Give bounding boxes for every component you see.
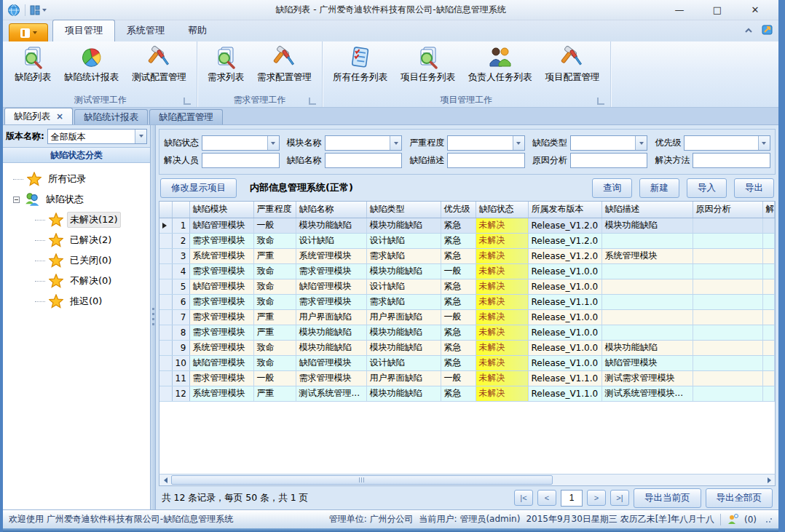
grid-cell[interactable] xyxy=(762,355,775,370)
grid-cell[interactable]: 未解决 xyxy=(476,279,528,294)
horizontal-scrollbar[interactable] xyxy=(159,474,776,486)
grid-cell[interactable]: Release_V1.1.0 xyxy=(528,370,601,386)
ribbon-button[interactable]: 缺陷列表 xyxy=(9,43,57,85)
table-row[interactable]: 5缺陷管理模块致命缺陷管理模块设计缺陷紧急未解决Release_V1.0.0 xyxy=(159,279,775,294)
messages-icon[interactable] xyxy=(727,514,738,525)
resize-grip[interactable] xyxy=(765,516,773,523)
maximize-button[interactable]: □ xyxy=(707,3,727,17)
grid-cell[interactable]: 测试系统管理... xyxy=(296,386,366,401)
modify-columns-button[interactable]: 修改显示项目 xyxy=(160,178,237,198)
scroll-right-icon[interactable] xyxy=(763,475,775,485)
grid-cell[interactable] xyxy=(762,325,775,340)
grid-cell[interactable]: Release_V1.0.0 xyxy=(528,325,601,340)
row-selector-cell[interactable] xyxy=(159,218,172,233)
column-header[interactable]: 缺陷模块 xyxy=(189,202,253,218)
grid-cell[interactable]: 需求管理模块 xyxy=(189,370,253,386)
table-row[interactable]: 6需求管理模块致命需求管理模块需求缺陷紧急未解决Release_V1.1.0 xyxy=(159,294,775,309)
grid-cell[interactable]: 需求管理模块 xyxy=(189,263,253,279)
grid-cell[interactable] xyxy=(601,263,693,279)
grid-cell[interactable] xyxy=(693,386,762,401)
column-header[interactable]: 缺陷状态 xyxy=(476,202,528,218)
grid-cell[interactable] xyxy=(762,386,775,401)
grid-cell[interactable]: 致命 xyxy=(253,279,296,294)
column-header[interactable]: 缺陷描述 xyxy=(601,202,693,218)
table-row[interactable]: 11需求管理模块一般需求管理模块用户界面缺陷一般未解决Release_V1.1.… xyxy=(159,370,775,386)
ribbon-tab-2[interactable]: 系统管理 xyxy=(115,20,176,41)
new-button[interactable]: 新建 xyxy=(639,178,679,198)
grid-cell[interactable]: Release_V1.2.0 xyxy=(528,248,601,263)
filter-dropdown[interactable] xyxy=(325,135,403,151)
grid-cell[interactable]: 需求缺陷 xyxy=(366,248,441,263)
app-globe-icon[interactable] xyxy=(7,4,20,17)
prev-page-button[interactable]: < xyxy=(537,490,556,506)
grid-cell[interactable] xyxy=(693,248,762,263)
grid-cell[interactable]: 模块功能缺陷 xyxy=(366,263,441,279)
grid-cell[interactable]: 紧急 xyxy=(441,279,476,294)
next-page-button[interactable]: > xyxy=(587,490,606,506)
application-menu-button[interactable] xyxy=(9,23,48,41)
grid-cell[interactable]: 未解决 xyxy=(476,355,528,370)
ribbon-button[interactable]: 项目配置管理 xyxy=(540,43,606,85)
grid-cell[interactable]: 需求管理模块 xyxy=(189,325,253,340)
grid-cell[interactable]: 需求管理模块 xyxy=(189,294,253,309)
table-row[interactable]: 10缺陷管理模块致命缺陷管理模块设计缺陷紧急未解决Release_V1.0.0缺… xyxy=(159,355,775,370)
grid-cell[interactable] xyxy=(693,340,762,355)
panel-splitter[interactable] xyxy=(151,125,156,509)
chevron-down-icon[interactable] xyxy=(135,130,146,143)
filter-dropdown[interactable] xyxy=(684,135,770,151)
grid-cell[interactable]: 缺陷管理模块 xyxy=(296,279,366,294)
grid-cell[interactable]: Release_V1.0.0 xyxy=(528,355,601,370)
grid-cell[interactable]: 模块功能缺陷 xyxy=(366,386,441,401)
customize-toolbar-icon[interactable] xyxy=(30,5,47,15)
grid-cell[interactable]: Release_V1.1.0 xyxy=(528,386,601,401)
ribbon-tab-3[interactable]: 帮助 xyxy=(176,20,218,41)
first-page-button[interactable]: |< xyxy=(514,490,533,506)
grid-cell[interactable]: 模块功能缺陷 xyxy=(296,340,366,355)
ribbon-tab-1[interactable]: 项目管理 xyxy=(52,20,115,41)
dialog-launcher-icon[interactable] xyxy=(597,98,604,105)
grid-cell[interactable] xyxy=(762,309,775,325)
grid-cell[interactable]: 需求管理模块 xyxy=(296,294,366,309)
grid-cell[interactable]: Release_V1.0.0 xyxy=(528,263,601,279)
doc-tab-1[interactable]: 缺陷列表× xyxy=(4,108,73,124)
grid-cell[interactable]: 缺陷管理模块 xyxy=(189,279,253,294)
grid-cell[interactable] xyxy=(762,340,775,355)
grid-cell[interactable]: 模块功能缺陷 xyxy=(366,325,441,340)
scroll-left-icon[interactable] xyxy=(159,475,171,485)
grid-cell[interactable]: 严重 xyxy=(253,386,296,401)
import-button[interactable]: 导入 xyxy=(687,178,727,198)
grid-cell[interactable]: 设计缺陷 xyxy=(366,355,441,370)
grid-cell[interactable] xyxy=(601,309,693,325)
grid-cell[interactable]: 测试系统管理模块... xyxy=(601,386,693,401)
grid-cell[interactable]: 未解决 xyxy=(476,233,528,248)
grid-cell[interactable] xyxy=(693,279,762,294)
row-selector-cell[interactable] xyxy=(159,248,172,263)
grid-cell[interactable]: 缺陷管理模块 xyxy=(189,355,253,370)
collapse-expander-icon[interactable] xyxy=(13,196,20,203)
export-current-page-button[interactable]: 导出当前页 xyxy=(634,488,701,508)
grid-cell[interactable]: 一般 xyxy=(253,218,296,233)
chevron-down-icon[interactable] xyxy=(758,136,770,150)
grid-cell[interactable]: 测试需求管理模块 xyxy=(601,370,693,386)
grid-cell[interactable] xyxy=(693,370,762,386)
grid-cell[interactable]: Release_V1.0.0 xyxy=(528,309,601,325)
tree-item[interactable]: 所有记录 xyxy=(13,169,150,189)
grid-cell[interactable]: 未解决 xyxy=(476,386,528,401)
grid-cell[interactable]: Release_V1.2.0 xyxy=(528,233,601,248)
ribbon-button[interactable]: 需求配置管理 xyxy=(251,43,317,85)
filter-dropdown[interactable] xyxy=(202,135,280,151)
table-row[interactable]: 4需求管理模块致命需求管理模块模块功能缺陷一般未解决Release_V1.0.0 xyxy=(159,263,775,279)
chevron-down-icon[interactable] xyxy=(267,136,279,150)
grid-cell[interactable]: 一般 xyxy=(441,263,476,279)
search-button[interactable]: 查询 xyxy=(592,178,632,198)
grid-cell[interactable]: 严重 xyxy=(253,309,296,325)
tree-item[interactable]: 不解决(0) xyxy=(35,271,150,291)
version-select[interactable]: 全部版本 xyxy=(47,129,147,144)
page-number-input[interactable] xyxy=(561,490,583,507)
doc-tab-2[interactable]: 缺陷统计报表 xyxy=(74,109,148,124)
grid-cell[interactable]: 用户界面缺陷 xyxy=(366,370,441,386)
grid-cell[interactable]: 未解决 xyxy=(476,370,528,386)
filter-dropdown[interactable] xyxy=(447,135,525,151)
grid-cell[interactable] xyxy=(693,233,762,248)
close-tab-icon[interactable]: × xyxy=(56,111,63,122)
